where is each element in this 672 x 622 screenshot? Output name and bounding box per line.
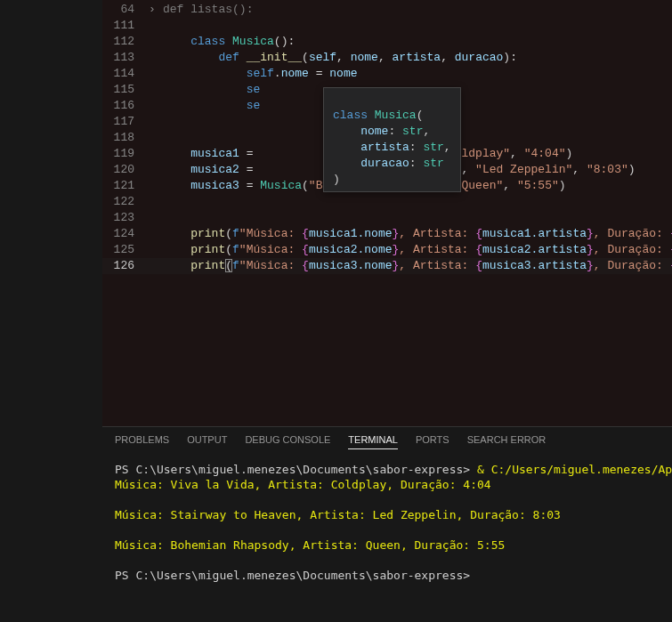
line-number: 117 (102, 114, 149, 130)
line-number: 115 (102, 82, 149, 98)
tab-output[interactable]: OUTPUT (187, 434, 227, 449)
signature-tooltip: class Musica( nome: str, artista: str, d… (323, 87, 461, 192)
terminal-output[interactable]: PS C:\Users\miguel.menezes\Documents\sab… (115, 462, 660, 583)
line-number: 118 (102, 130, 149, 146)
main-area: 64 › def listas(): 111 112 class Musica(… (102, 0, 672, 622)
tab-debug-console[interactable]: DEBUG CONSOLE (245, 434, 330, 449)
code-line: 125 print(f"Música: {musica2.nome}, Arti… (102, 242, 672, 258)
line-number: 112 (102, 34, 149, 50)
line-number: 120 (102, 162, 149, 178)
tab-search-error[interactable]: SEARCH ERROR (467, 434, 547, 449)
code-line: 112 class Musica(): (102, 34, 672, 50)
terminal-prompt: PS C:\Users\miguel.menezes\Documents\sab… (115, 463, 477, 476)
code-line: 111 (102, 18, 672, 34)
terminal-command: & C:/Users/miguel.menezes/AppData/Loca (477, 463, 672, 476)
line-number: 111 (102, 18, 149, 34)
line-number: 121 (102, 178, 149, 194)
line-number: 123 (102, 210, 149, 226)
line-number: 114 (102, 66, 149, 82)
line-number: 113 (102, 50, 149, 66)
terminal-line: Música: Bohemian Rhapsody, Artista: Quee… (115, 538, 505, 552)
tab-ports[interactable]: PORTS (416, 434, 449, 449)
code-content: def listas(): (163, 2, 672, 18)
line-number: 64 (102, 2, 149, 18)
fold-icon[interactable]: › (149, 2, 163, 18)
bottom-panel: PROBLEMS OUTPUT DEBUG CONSOLE TERMINAL P… (102, 426, 672, 622)
terminal-prompt: PS C:\Users\miguel.menezes\Documents\sab… (115, 569, 470, 582)
code-line: 114 self.nome = nome (102, 66, 672, 82)
line-number: 119 (102, 146, 149, 162)
code-line: 122 (102, 194, 672, 210)
code-line: 113 def __init__(self, nome, artista, du… (102, 50, 672, 66)
code-line: 123 (102, 210, 672, 226)
line-number: 122 (102, 194, 149, 210)
code-line: 124 print(f"Música: {musica1.nome}, Arti… (102, 226, 672, 242)
line-number: 124 (102, 226, 149, 242)
side-panel (0, 0, 102, 622)
line-number: 125 (102, 242, 149, 258)
tab-terminal[interactable]: TERMINAL (348, 434, 398, 449)
tab-problems[interactable]: PROBLEMS (115, 434, 169, 449)
code-line: 64 › def listas(): (102, 2, 672, 18)
panel-tabs: PROBLEMS OUTPUT DEBUG CONSOLE TERMINAL P… (115, 434, 660, 449)
terminal-line: Música: Viva la Vida, Artista: Coldplay,… (115, 478, 491, 491)
line-number: 126 (102, 258, 149, 274)
code-editor[interactable]: 64 › def listas(): 111 112 class Musica(… (102, 0, 672, 426)
code-line-active: 126 print(f"Música: {musica3.nome}, Arti… (102, 258, 672, 274)
terminal-line: Música: Stairway to Heaven, Artista: Led… (115, 508, 561, 521)
line-number: 116 (102, 98, 149, 114)
